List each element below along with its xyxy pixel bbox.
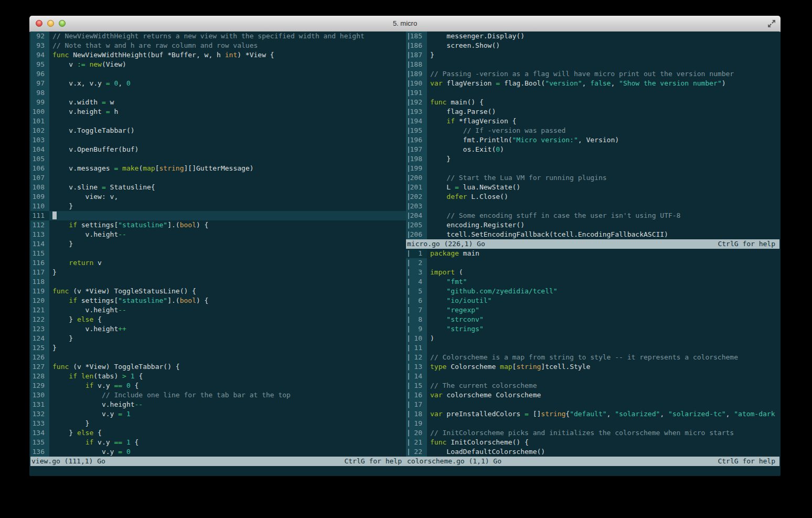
code-line-113[interactable]: 113 v.height-- bbox=[30, 230, 406, 239]
code-line-5[interactable]: |5 "github.com/zyedidia/tcell" bbox=[406, 287, 779, 296]
code-line-10[interactable]: |10) bbox=[406, 334, 779, 343]
code-line-131[interactable]: 131 v.height-- bbox=[30, 400, 406, 409]
code-line-203[interactable]: |203 bbox=[406, 202, 779, 211]
code-line-17[interactable]: |17 bbox=[406, 400, 779, 409]
code-line-132[interactable]: 132 v.y = 1 bbox=[30, 409, 406, 419]
code-line-195[interactable]: |195 // If -version was passed bbox=[406, 126, 779, 135]
code-area-left[interactable]: 92// NewViewWidthHeight returns a new vi… bbox=[30, 31, 406, 457]
code-line-189[interactable]: |189// Passing -version as a flag will h… bbox=[406, 69, 779, 79]
code-line-200[interactable]: |200 // Start the Lua VM for running plu… bbox=[406, 173, 779, 183]
line-number: 114 bbox=[30, 239, 49, 249]
split-divider: | bbox=[407, 296, 411, 305]
code-line-93[interactable]: 93// Note that w and h are raw column an… bbox=[30, 41, 406, 50]
code-line-14[interactable]: |14 bbox=[406, 372, 779, 381]
code-line-101[interactable]: 101 bbox=[30, 117, 406, 126]
code-line-186[interactable]: |186 screen.Show() bbox=[406, 41, 779, 50]
code-line-22[interactable]: |22 LoadDefaultColorscheme() bbox=[406, 447, 779, 457]
code-line-98[interactable]: 98 bbox=[30, 88, 406, 98]
code-line-2[interactable]: |2 bbox=[406, 258, 779, 268]
fullscreen-icon[interactable] bbox=[767, 19, 776, 28]
line-number: 99 bbox=[30, 98, 49, 107]
titlebar[interactable]: 5. micro bbox=[29, 16, 781, 32]
code-line-204[interactable]: |204 // Some encoding stuff in case the … bbox=[406, 211, 779, 220]
code-line-21[interactable]: |21func InitColorscheme() { bbox=[406, 438, 779, 447]
code-line-115[interactable]: 115 bbox=[30, 249, 406, 258]
code-line-198[interactable]: |198 } bbox=[406, 154, 779, 164]
code-line-16[interactable]: |16var colorscheme Colorscheme bbox=[406, 390, 779, 400]
code-line-95[interactable]: 95 v := new(View) bbox=[30, 60, 406, 69]
code-line-199[interactable]: |199 bbox=[406, 164, 779, 173]
code-line-126[interactable]: 126 bbox=[30, 353, 406, 362]
code-line-124[interactable]: 124 } bbox=[30, 334, 406, 343]
code-line-92[interactable]: 92// NewViewWidthHeight returns a new vi… bbox=[30, 31, 406, 41]
line-number: 107 bbox=[30, 173, 49, 183]
code-line-13[interactable]: |13type Colorscheme map[string]tcell.Sty… bbox=[406, 362, 779, 372]
code-line-116[interactable]: 116 return v bbox=[30, 258, 406, 268]
code-line-205[interactable]: |205 encoding.Register() bbox=[406, 220, 779, 230]
code-line-107[interactable]: 107 bbox=[30, 173, 406, 183]
code-line-122[interactable]: 122 } else { bbox=[30, 315, 406, 324]
code-line-194[interactable]: |194 if *flagVersion { bbox=[406, 117, 779, 126]
code-line-99[interactable]: 99 v.width = w bbox=[30, 98, 406, 107]
code-line-108[interactable]: 108 v.sline = Statusline{ bbox=[30, 183, 406, 192]
code-line-120[interactable]: 120 if settings["statusline"].(bool) { bbox=[30, 296, 406, 305]
code-line-109[interactable]: 109 view: v, bbox=[30, 192, 406, 202]
code-line-15[interactable]: |15// The current colorscheme bbox=[406, 381, 779, 390]
code-line-188[interactable]: |188 bbox=[406, 60, 779, 69]
code-line-6[interactable]: |6 "io/ioutil" bbox=[406, 296, 779, 305]
code-line-102[interactable]: 102 v.ToggleTabbar() bbox=[30, 126, 406, 135]
split-divider: | bbox=[407, 287, 411, 296]
code-line-129[interactable]: 129 if v.y == 0 { bbox=[30, 381, 406, 390]
code-line-103[interactable]: 103 bbox=[30, 135, 406, 145]
code-area-top_right[interactable]: |185 messenger.Display()|186 screen.Show… bbox=[406, 31, 779, 239]
code-line-1[interactable]: |1package main bbox=[406, 249, 779, 258]
code-line-7[interactable]: |7 "regexp" bbox=[406, 305, 779, 315]
code-line-8[interactable]: |8 "strconv" bbox=[406, 315, 779, 324]
code-line-192[interactable]: |192func main() { bbox=[406, 98, 779, 107]
code-line-201[interactable]: |201 L = lua.NewState() bbox=[406, 183, 779, 192]
code-line-20[interactable]: |20// InitColorscheme picks and initiali… bbox=[406, 428, 779, 438]
code-line-191[interactable]: |191 bbox=[406, 88, 779, 98]
code-line-19[interactable]: |19 bbox=[406, 419, 779, 428]
code-line-136[interactable]: 136 v.y = 0 bbox=[30, 447, 406, 457]
code-line-114[interactable]: 114 } bbox=[30, 239, 406, 249]
code-line-96[interactable]: 96 bbox=[30, 69, 406, 79]
code-line-12[interactable]: |12// Colorscheme is a map from string t… bbox=[406, 353, 779, 362]
code-line-3[interactable]: |3import ( bbox=[406, 268, 779, 277]
code-line-125[interactable]: 125} bbox=[30, 343, 406, 353]
code-line-4[interactable]: |4 "fmt" bbox=[406, 277, 779, 287]
code-line-112[interactable]: 112 if settings["statusline"].(bool) { bbox=[30, 220, 406, 230]
code-line-127[interactable]: 127func (v *View) ToggleTabbar() { bbox=[30, 362, 406, 372]
code-line-18[interactable]: |18var preInstalledColors = []string{"de… bbox=[406, 409, 779, 419]
code-line-128[interactable]: 128 if len(tabs) > 1 { bbox=[30, 372, 406, 381]
code-line-105[interactable]: 105 bbox=[30, 154, 406, 164]
code-line-135[interactable]: 135 if v.y == 1 { bbox=[30, 438, 406, 447]
code-line-104[interactable]: 104 v.OpenBuffer(buf) bbox=[30, 145, 406, 154]
code-line-185[interactable]: |185 messenger.Display() bbox=[406, 31, 779, 41]
code-line-106[interactable]: 106 v.messages = make(map[string][]Gutte… bbox=[30, 164, 406, 173]
code-line-193[interactable]: |193 flag.Parse() bbox=[406, 107, 779, 117]
code-area-bottom_right[interactable]: |1package main|2|3import (|4 "fmt"|5 "gi… bbox=[406, 249, 779, 457]
code-line-197[interactable]: |197 os.Exit(0) bbox=[406, 145, 779, 154]
code-line-190[interactable]: |190var flagVersion = flag.Bool("version… bbox=[406, 79, 779, 88]
code-line-133[interactable]: 133 } bbox=[30, 419, 406, 428]
code-line-187[interactable]: |187} bbox=[406, 50, 779, 60]
code-line-9[interactable]: |9 "strings" bbox=[406, 324, 779, 334]
code-line-100[interactable]: 100 v.height = h bbox=[30, 107, 406, 117]
code-line-111[interactable]: 111 bbox=[30, 211, 406, 220]
code-line-121[interactable]: 121 v.height-- bbox=[30, 305, 406, 315]
code-line-117[interactable]: 117} bbox=[30, 268, 406, 277]
code-line-119[interactable]: 119func (v *View) ToggleStatusLine() { bbox=[30, 287, 406, 296]
code-line-202[interactable]: |202 defer L.Close() bbox=[406, 192, 779, 202]
code-line-94[interactable]: 94func NewViewWidthHeight(buf *Buffer, w… bbox=[30, 50, 406, 60]
code-line-134[interactable]: 134 } else { bbox=[30, 428, 406, 438]
code-line-118[interactable]: 118 bbox=[30, 277, 406, 287]
code-line-97[interactable]: 97 v.x, v.y = 0, 0 bbox=[30, 79, 406, 88]
code-line-123[interactable]: 123 v.height++ bbox=[30, 324, 406, 334]
code-line-196[interactable]: |196 fmt.Println("Micro version:", Versi… bbox=[406, 135, 779, 145]
command-line[interactable] bbox=[30, 466, 779, 475]
code-line-110[interactable]: 110 } bbox=[30, 202, 406, 211]
code-line-11[interactable]: |11 bbox=[406, 343, 779, 353]
code-line-130[interactable]: 130 // Include one line for the tab bar … bbox=[30, 390, 406, 400]
code-line-206[interactable]: |206 tcell.SetEncodingFallback(tcell.Enc… bbox=[406, 230, 779, 239]
